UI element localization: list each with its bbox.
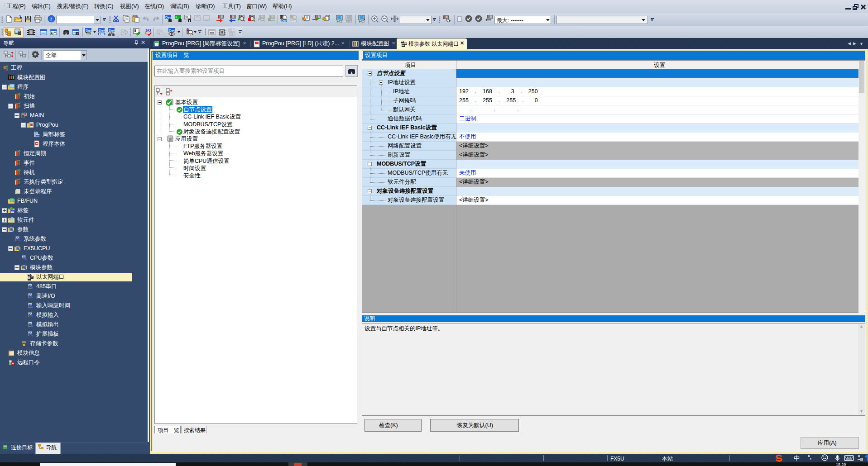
- svg-text:Dev: Dev: [99, 29, 105, 33]
- svg-text:I/O: I/O: [145, 28, 151, 33]
- svg-text:Dev: Dev: [291, 19, 297, 22]
- svg-text:Dev: Dev: [169, 29, 175, 33]
- svg-text:>_: >_: [176, 15, 179, 19]
- svg-text:?: ?: [50, 16, 53, 22]
- svg-text:18: 18: [860, 458, 863, 461]
- svg-text:Dev: Dev: [109, 29, 115, 33]
- svg-text:HK: HK: [185, 16, 188, 19]
- svg-text:Dev: Dev: [281, 19, 287, 22]
- svg-text:Dev: Dev: [86, 29, 92, 33]
